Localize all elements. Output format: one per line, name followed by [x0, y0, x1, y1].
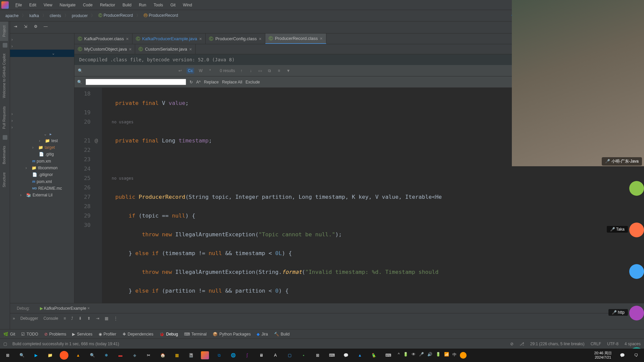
menu-window[interactable]: Wind — [179, 1, 195, 9]
taskbar-app[interactable]: ✂ — [142, 349, 155, 362]
tab-producerconfig[interactable]: ⒸProducerConfig.class× — [206, 34, 265, 44]
taskbar-app[interactable] — [60, 351, 68, 360]
step-into-icon[interactable]: ⬇ — [78, 316, 82, 321]
replace-button[interactable]: Replace — [204, 80, 219, 84]
tree-file-pom2[interactable]: pom.xml — [37, 179, 52, 184]
toolwin-python[interactable]: 📦Python Packages — [213, 332, 251, 337]
taskbar-app[interactable]: 🔍 — [86, 349, 99, 362]
taskbar-app[interactable]: ▶ — [30, 349, 42, 362]
ime-icon[interactable]: 中 — [452, 352, 457, 359]
toolwin-jira[interactable]: ◆Jira — [257, 332, 268, 337]
avatar[interactable]: 🎤 http — [629, 306, 644, 320]
cursor-position[interactable]: 29:1 (226 chars, 5 line breaks) — [530, 342, 585, 346]
menu-refactor[interactable]: Refactor — [97, 1, 118, 9]
close-icon[interactable]: × — [199, 36, 202, 42]
menu-view[interactable]: View — [40, 1, 56, 9]
mic-icon[interactable]: 🎤 — [419, 352, 424, 359]
prev-search-icon[interactable]: ↩ — [177, 68, 183, 73]
tab-producerrecord[interactable]: ⒸProducerRecord.class× — [265, 34, 326, 44]
breadcrumb[interactable]: producer — [70, 12, 90, 19]
select-opened-icon[interactable]: ⇥ — [12, 24, 19, 31]
filter-lines-icon[interactable]: ≡ — [276, 68, 282, 73]
wifi-icon[interactable]: 📶 — [444, 352, 449, 359]
new-window-icon[interactable]: ⧉ — [267, 68, 273, 73]
file-encoding[interactable]: UTF-8 — [607, 342, 619, 346]
taskbar-app[interactable]: 🦜 — [368, 349, 380, 362]
menu-tools[interactable]: Tools — [150, 1, 166, 9]
toolwin-problems[interactable]: ⊘Problems — [44, 332, 66, 337]
menu-run[interactable]: Run — [136, 1, 150, 9]
volume-icon[interactable]: 🔊 — [427, 352, 432, 359]
tree-file-gitignore2[interactable]: .gitignor — [39, 172, 53, 177]
taskbar-app[interactable]: 🏠 — [156, 349, 169, 362]
intellij-icon[interactable] — [199, 349, 211, 362]
menu-build[interactable]: Build — [119, 1, 135, 9]
taskbar-clock[interactable]: 20:46 周日2024/7/21 — [591, 351, 614, 360]
menu-git[interactable]: Git — [167, 1, 179, 9]
console-tab[interactable]: Console — [43, 316, 58, 321]
battery-icon[interactable]: 🔋 — [403, 352, 408, 359]
close-icon[interactable]: × — [259, 36, 261, 42]
regex-toggle[interactable]: * — [207, 68, 213, 73]
search-icon[interactable]: 🔍 — [15, 349, 28, 362]
down-arrow-icon[interactable]: ↓ — [248, 68, 254, 73]
close-icon[interactable]: × — [129, 47, 131, 52]
tree-folder-test[interactable]: test — [51, 138, 58, 143]
user-avatar-icon[interactable] — [460, 352, 467, 359]
line-separator[interactable]: CRLF — [591, 342, 601, 346]
step-out-icon[interactable]: ⬆ — [87, 316, 91, 321]
override-icon[interactable]: @ — [95, 136, 101, 145]
taskbar-app[interactable]: ▢ — [283, 349, 296, 362]
start-button[interactable]: ⊞ — [1, 349, 14, 362]
toolwin-terminal[interactable]: ⌨Terminal — [184, 332, 207, 337]
tree-file-pom[interactable]: pom.xm — [37, 159, 51, 164]
tab-mycustom[interactable]: ⒸMyCustomObject.java× — [74, 44, 135, 54]
more-icon[interactable]: ⋮ — [114, 316, 118, 321]
pullrequests-tool-tab[interactable]: Pull Requests — [0, 102, 8, 133]
close-icon[interactable]: × — [189, 47, 192, 52]
windows-taskbar[interactable]: ⊞ 🔍 ▶ 📁 ▲ 🔍 ❄ ▬ ◆ ✂ 🏠 ▦ 📓 ⧉ 🌐 ʃ 🖥 Α ▢ ▪ … — [0, 349, 644, 362]
breadcrumb-class[interactable]: Ⓒ ProducerRecord — [96, 12, 135, 19]
wechat-icon[interactable]: 💬 — [339, 349, 352, 362]
match-case-toggle[interactable]: Cc — [186, 68, 194, 74]
taskbar-app[interactable]: ◆ — [128, 349, 141, 362]
select-all-icon[interactable]: ▭ — [257, 68, 263, 73]
battery2-icon[interactable]: 🔋 — [436, 352, 441, 359]
taskbar-app[interactable]: ▬ — [114, 349, 127, 362]
taskbar-app[interactable]: ❄ — [100, 349, 113, 362]
tree-folder-target[interactable]: target — [45, 145, 55, 150]
toolwin-services[interactable]: ▶Services — [72, 332, 92, 337]
tree-folder-tlbcommon[interactable]: tlbcommon — [38, 166, 58, 170]
commit-tool-icon[interactable] — [3, 43, 7, 48]
toolwin-todo[interactable]: ☑TODO — [21, 332, 38, 337]
tree-file-gitignore[interactable]: .gitig — [45, 152, 54, 157]
project-tree[interactable]: › › ⌄ › › › ⌄▸ ›📁test ›📁target 📄.gitig m… — [10, 34, 74, 303]
breadcrumb[interactable]: kafka — [27, 12, 41, 19]
close-icon[interactable]: × — [126, 36, 129, 42]
taskbar-app[interactable]: 🖥 — [255, 349, 268, 362]
settings-gear-icon[interactable]: ⚙ — [32, 24, 39, 31]
menu-code[interactable]: Code — [79, 1, 96, 9]
file-explorer-icon[interactable]: 📁 — [44, 349, 56, 362]
tray-expand-icon[interactable]: ^ — [398, 352, 400, 359]
taskbar-app[interactable]: ⊞ — [311, 349, 324, 362]
system-tray[interactable]: ^ 🔋 👁 🎤 🔊 🔋 📶 中 — [396, 352, 469, 359]
tab-example[interactable]: ⒸKafkaProducerExample.java× — [132, 34, 206, 44]
terminal-icon[interactable]: ⌨ — [325, 349, 338, 362]
expand-icon[interactable]: » — [13, 316, 15, 321]
up-arrow-icon[interactable]: ↑ — [238, 68, 245, 73]
menu-edit[interactable]: Edit — [26, 1, 40, 9]
tab-kafkaproducer[interactable]: ⒸKafkaProducer.class× — [74, 34, 132, 44]
copilot-tool-tab[interactable]: Welcome to GitHub Copilot — [0, 50, 8, 102]
menu-file[interactable]: FFileile — [12, 1, 25, 9]
git-branch-icon[interactable]: ⎇ — [520, 342, 524, 346]
structure-tool-tab[interactable]: Structure — [0, 168, 8, 191]
avatar[interactable] — [629, 264, 644, 279]
notification-icon[interactable]: 💬 — [616, 349, 629, 362]
taskbar-app[interactable]: ʃ — [241, 349, 254, 362]
tab-customserializer[interactable]: ⒸCustomSerializer.java× — [135, 44, 196, 54]
eye-icon[interactable]: 👁 — [412, 352, 416, 359]
taskbar-app[interactable]: Α — [269, 349, 282, 362]
menu-navigate[interactable]: Navigate — [56, 1, 79, 9]
taskbar-app[interactable]: ▦ — [170, 349, 183, 362]
